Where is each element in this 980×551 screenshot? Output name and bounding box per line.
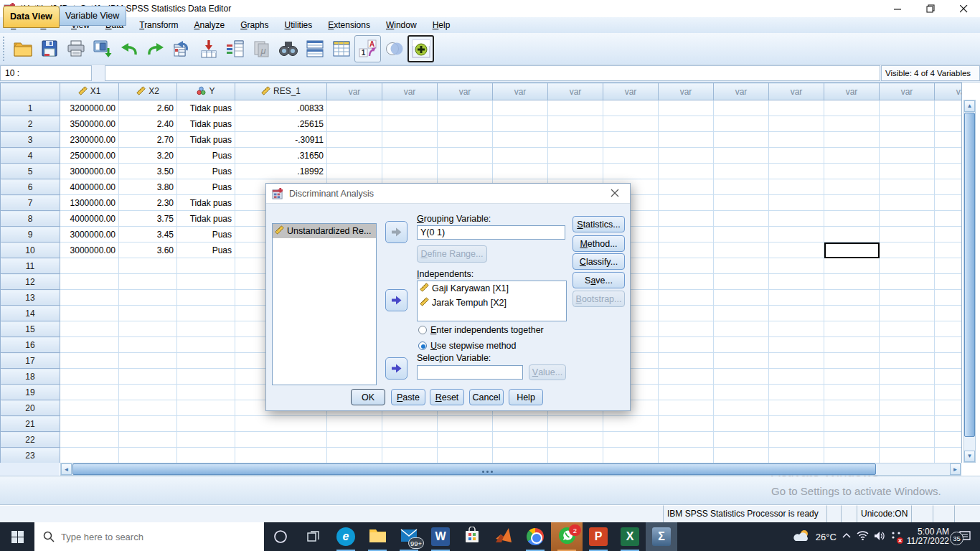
cell[interactable] — [548, 132, 603, 148]
column-header-var[interactable]: var — [382, 83, 438, 100]
cell[interactable]: Tidak puas — [177, 211, 235, 227]
cell[interactable] — [659, 290, 714, 306]
cell[interactable] — [603, 448, 659, 463]
cell[interactable] — [659, 258, 714, 274]
cell[interactable] — [714, 416, 769, 432]
cell[interactable] — [880, 211, 935, 227]
column-header-var[interactable]: var — [824, 83, 880, 100]
cell[interactable] — [327, 432, 382, 448]
classify-button[interactable]: Classify... — [573, 253, 625, 270]
cell-editor[interactable] — [105, 65, 880, 81]
cell[interactable] — [659, 337, 714, 353]
cell[interactable] — [935, 195, 963, 211]
cell[interactable] — [438, 132, 493, 148]
cell[interactable]: Tidak puas — [177, 195, 235, 211]
cell[interactable] — [177, 321, 235, 337]
column-header-var[interactable]: var — [438, 83, 493, 100]
cell[interactable] — [438, 148, 493, 164]
cell[interactable]: 1300000.00 — [60, 195, 119, 211]
cell[interactable] — [60, 400, 119, 416]
column-header-Y[interactable]: Y — [177, 83, 235, 100]
cell[interactable] — [659, 416, 714, 432]
cell[interactable] — [60, 432, 119, 448]
cell[interactable] — [119, 353, 177, 369]
cell[interactable] — [824, 306, 880, 321]
cell[interactable] — [438, 164, 493, 179]
cell[interactable] — [177, 448, 235, 463]
row-header[interactable]: 4 — [1, 148, 60, 164]
cell[interactable] — [177, 432, 235, 448]
split-file-button[interactable] — [301, 35, 328, 62]
descriptive-statistics-button[interactable]: μ — [248, 35, 275, 62]
cell[interactable] — [824, 132, 880, 148]
cell[interactable] — [714, 432, 769, 448]
cell[interactable] — [659, 321, 714, 337]
row-header[interactable]: 2 — [1, 116, 60, 132]
cell[interactable] — [824, 385, 880, 400]
scroll-left-arrow[interactable]: ◄ — [61, 463, 72, 475]
cell[interactable] — [880, 132, 935, 148]
cell[interactable]: 4000000.00 — [60, 211, 119, 227]
cell[interactable] — [769, 100, 824, 116]
column-header-X1[interactable]: X1 — [60, 83, 119, 100]
weight-cases-button[interactable] — [328, 35, 354, 62]
cell[interactable] — [493, 448, 548, 463]
cell[interactable] — [382, 416, 438, 432]
menu-help[interactable]: Help — [425, 18, 458, 32]
cell[interactable] — [714, 353, 769, 369]
cell[interactable] — [659, 148, 714, 164]
define-range-button[interactable]: Define Range... — [417, 245, 487, 263]
independent-variable-item[interactable]: Gaji Karyawan [X1] — [418, 281, 566, 296]
cell[interactable] — [769, 164, 824, 179]
cell[interactable]: 4000000.00 — [60, 179, 119, 195]
cell[interactable] — [603, 148, 659, 164]
cell[interactable] — [493, 148, 548, 164]
column-header-RES_1[interactable]: RES_1 — [235, 83, 327, 100]
notification-center-icon[interactable]: 35 — [954, 531, 976, 542]
cell[interactable] — [714, 385, 769, 400]
cell[interactable] — [119, 400, 177, 416]
taskbar-clock[interactable]: 5:00 AM 11/27/2022 — [907, 527, 949, 546]
cell[interactable]: .25615 — [235, 116, 327, 132]
move-independents-button[interactable] — [385, 289, 407, 311]
row-header[interactable]: 6 — [1, 179, 60, 195]
save-data-button[interactable] — [36, 35, 62, 62]
menu-graphs[interactable]: Graphs — [232, 18, 276, 32]
cell[interactable] — [327, 148, 382, 164]
volume-icon[interactable] — [874, 531, 885, 543]
cell[interactable] — [438, 416, 493, 432]
taskbar-app-excel[interactable]: X — [614, 522, 646, 551]
row-header[interactable]: 20 — [1, 400, 60, 416]
cell[interactable] — [880, 164, 935, 179]
cell[interactable] — [935, 258, 963, 274]
cell[interactable] — [769, 274, 824, 290]
cell[interactable] — [438, 432, 493, 448]
cell[interactable] — [935, 448, 963, 463]
cell[interactable] — [603, 132, 659, 148]
row-header[interactable]: 23 — [1, 448, 60, 463]
save-button[interactable]: Save... — [573, 272, 625, 288]
column-header-var[interactable]: var — [327, 83, 382, 100]
cell[interactable] — [824, 416, 880, 432]
cell[interactable] — [177, 274, 235, 290]
cell[interactable] — [880, 179, 935, 195]
tray-chevron-icon[interactable] — [842, 532, 852, 542]
cell[interactable] — [769, 242, 824, 258]
cell[interactable] — [659, 179, 714, 195]
cell[interactable] — [119, 258, 177, 274]
radio-circle[interactable] — [418, 326, 427, 334]
cell[interactable] — [714, 274, 769, 290]
cell[interactable] — [824, 369, 880, 385]
menu-extensions[interactable]: Extensions — [320, 18, 378, 32]
cell[interactable] — [880, 448, 935, 463]
cell[interactable] — [119, 416, 177, 432]
cell[interactable] — [659, 448, 714, 463]
cell[interactable] — [60, 416, 119, 432]
cell[interactable]: 3.50 — [119, 164, 177, 179]
cell[interactable]: 2.40 — [119, 116, 177, 132]
cell[interactable] — [714, 164, 769, 179]
row-header[interactable]: 5 — [1, 164, 60, 179]
cell[interactable]: 2.30 — [119, 195, 177, 211]
taskbar-search[interactable] — [34, 522, 264, 551]
cell[interactable] — [880, 385, 935, 400]
